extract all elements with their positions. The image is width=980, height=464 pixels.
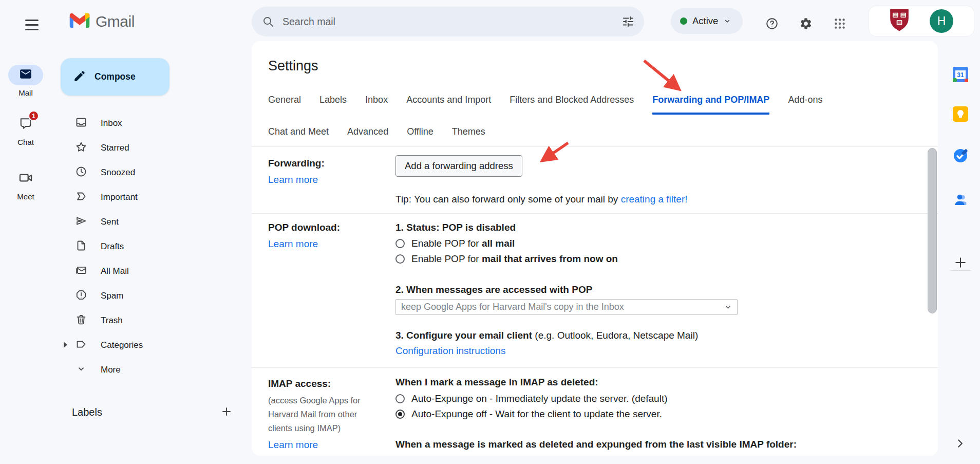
radio-auto-expunge-off[interactable] bbox=[395, 410, 405, 419]
gmail-wordmark: Gmail bbox=[96, 13, 135, 30]
tab-general[interactable]: General bbox=[268, 95, 301, 115]
tab-inbox[interactable]: Inbox bbox=[365, 95, 388, 115]
add-label-button[interactable] bbox=[219, 405, 234, 420]
tab-forwarding-and-pop-imap[interactable]: Forwarding and POP/IMAP bbox=[652, 95, 769, 115]
inbox-icon bbox=[75, 116, 87, 131]
forwarding-section: Forwarding: Learn more Add a forwarding … bbox=[252, 146, 938, 213]
status-label: Active bbox=[692, 15, 718, 27]
tab-offline[interactable]: Offline bbox=[407, 126, 434, 144]
add-forwarding-address-button[interactable]: Add a forwarding address bbox=[395, 155, 522, 177]
tasks-button[interactable] bbox=[953, 148, 968, 163]
svg-text:31: 31 bbox=[957, 71, 964, 79]
labels-header: Labels bbox=[72, 406, 102, 418]
calendar-button[interactable]: 31 bbox=[953, 67, 968, 82]
pop-download-label: POP download: bbox=[268, 222, 340, 233]
sidebar-item-spam[interactable]: Spam bbox=[51, 284, 247, 308]
tab-add-ons[interactable]: Add-ons bbox=[788, 95, 822, 115]
sidebar-item-drafts[interactable]: Drafts bbox=[51, 234, 247, 259]
keep-button[interactable] bbox=[953, 106, 968, 122]
plus-icon bbox=[953, 255, 968, 272]
sidebar-item-important[interactable]: Important bbox=[51, 185, 247, 210]
get-add-ons-button[interactable] bbox=[953, 256, 968, 271]
compose-pencil-icon bbox=[73, 69, 86, 85]
auto-expunge-off-option: Auto-Expunge off - Wait for the client t… bbox=[395, 409, 662, 420]
settings-gear-button[interactable] bbox=[794, 12, 818, 37]
search-options-icon[interactable] bbox=[621, 15, 635, 28]
auto-expunge-on-label: Auto-Expunge on - Immediately update the… bbox=[411, 393, 668, 404]
search-bar[interactable] bbox=[252, 7, 644, 36]
expand-triangle-icon[interactable] bbox=[64, 342, 67, 348]
spam-octagon-icon bbox=[75, 289, 87, 303]
chevron-down-icon bbox=[723, 17, 731, 25]
tab-accounts-and-import[interactable]: Accounts and Import bbox=[406, 95, 491, 115]
settings-panel: Settings General Labels Inbox Accounts a… bbox=[252, 41, 938, 456]
settings-tabs-row1: General Labels Inbox Accounts and Import… bbox=[268, 95, 822, 115]
important-marker-icon bbox=[75, 190, 87, 205]
hide-side-panel-button[interactable] bbox=[952, 437, 968, 452]
chat-unread-badge: 1 bbox=[28, 110, 39, 121]
contacts-button[interactable] bbox=[953, 192, 968, 207]
pop-action-select[interactable]: keep Google Apps for Harvard Mail's copy… bbox=[395, 299, 738, 315]
radio-enable-pop-from-now-on[interactable] bbox=[395, 254, 405, 264]
help-button[interactable] bbox=[760, 12, 784, 37]
search-input[interactable] bbox=[282, 16, 621, 28]
pop-access-title: 2. When messages are accessed with POP bbox=[395, 284, 592, 295]
pop-option1-label: Enable POP for all mail bbox=[411, 238, 515, 249]
chevron-right-icon bbox=[953, 437, 967, 452]
sidebar-item-inbox[interactable]: Inbox bbox=[51, 111, 247, 136]
imap-access-sublabel: (access Google Apps for Harvard Mail fro… bbox=[268, 394, 373, 435]
pop-learn-more-link[interactable]: Learn more bbox=[268, 238, 318, 250]
rail-label-chat: Chat bbox=[0, 138, 51, 146]
search-icon[interactable] bbox=[262, 15, 274, 28]
gmail-m-icon bbox=[69, 12, 90, 31]
compose-label: Compose bbox=[95, 71, 136, 82]
draft-file-icon bbox=[75, 239, 87, 254]
sidebar-item-more[interactable]: More bbox=[51, 358, 247, 382]
rail-label-meet: Meet bbox=[0, 192, 51, 201]
tab-chat-and-meet[interactable]: Chat and Meet bbox=[268, 126, 329, 144]
vertical-scrollbar-thumb[interactable] bbox=[928, 148, 937, 313]
help-icon bbox=[765, 17, 779, 32]
pop-download-section: POP download: Learn more 1. Status: POP … bbox=[252, 213, 938, 367]
rail-item-chat[interactable]: 1 Chat bbox=[0, 114, 51, 146]
status-chip[interactable]: Active bbox=[671, 8, 743, 34]
compose-button[interactable]: Compose bbox=[61, 58, 169, 96]
forwarding-learn-more-link[interactable]: Learn more bbox=[268, 174, 318, 185]
sidebar-item-snoozed[interactable]: Snoozed bbox=[51, 160, 247, 185]
sidebar-item-starred[interactable]: Starred bbox=[51, 136, 247, 160]
tab-advanced[interactable]: Advanced bbox=[347, 126, 388, 144]
sidebar-item-categories[interactable]: Categories bbox=[51, 333, 247, 358]
categories-tag-icon bbox=[75, 338, 87, 352]
auto-expunge-on-option: Auto-Expunge on - Immediately update the… bbox=[395, 393, 668, 404]
radio-auto-expunge-on[interactable] bbox=[395, 394, 405, 403]
plus-icon bbox=[220, 405, 233, 420]
gmail-logo: Gmail bbox=[69, 12, 135, 31]
configuration-instructions-link[interactable]: Configuration instructions bbox=[395, 345, 505, 357]
hamburger-icon bbox=[20, 20, 44, 21]
google-calendar-icon: 31 bbox=[953, 75, 968, 84]
sidebar-item-sent[interactable]: Sent bbox=[51, 210, 247, 234]
rail-item-meet[interactable]: Meet bbox=[0, 169, 51, 201]
imap-expunge-title: When a message is marked as deleted and … bbox=[395, 439, 797, 450]
chevron-down-icon bbox=[75, 363, 87, 377]
sidebar-item-all-mail[interactable]: All Mail bbox=[51, 259, 247, 284]
star-icon bbox=[75, 141, 87, 155]
avatar[interactable]: H bbox=[930, 9, 953, 33]
pop-action-select-value: keep Google Apps for Harvard Mail's copy… bbox=[401, 302, 724, 312]
main-menu-button[interactable] bbox=[20, 12, 44, 37]
tab-filters-and-blocked-addresses[interactable]: Filters and Blocked Addresses bbox=[510, 95, 634, 115]
clock-icon bbox=[75, 165, 87, 180]
imap-deleted-title: When I mark a message in IMAP as deleted… bbox=[395, 377, 598, 388]
tab-labels[interactable]: Labels bbox=[319, 95, 347, 115]
trash-icon bbox=[75, 313, 87, 328]
meet-camera-icon bbox=[18, 171, 33, 187]
imap-learn-more-link[interactable]: Learn more bbox=[268, 439, 318, 451]
creating-a-filter-link[interactable]: creating a filter! bbox=[621, 194, 688, 205]
radio-enable-pop-all-mail[interactable] bbox=[395, 239, 405, 248]
tab-themes[interactable]: Themes bbox=[452, 126, 485, 144]
google-keep-icon bbox=[953, 115, 968, 123]
imap-access-label: IMAP access: bbox=[268, 378, 331, 389]
sidebar-item-trash[interactable]: Trash bbox=[51, 308, 247, 333]
apps-grid-button[interactable] bbox=[827, 12, 852, 37]
rail-item-mail[interactable]: Mail bbox=[0, 65, 51, 97]
